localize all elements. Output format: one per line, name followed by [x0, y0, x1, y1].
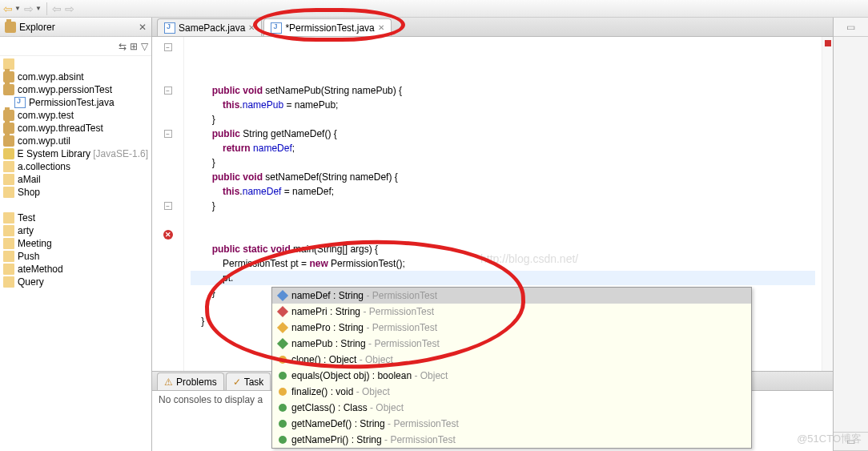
completion-item[interactable]: namePri : String - PermissionTest [272, 304, 751, 320]
nav-prev-icon[interactable]: ⇦ [52, 2, 62, 15]
editor-tab[interactable]: *PermissionTest.java✕ [263, 18, 391, 36]
explorer-title: Explorer [19, 22, 135, 33]
tree-item-label: Query [18, 276, 44, 288]
folder-icon [3, 174, 14, 185]
fold-icon[interactable]: − [164, 130, 172, 138]
completion-item[interactable]: namePro : String - PermissionTest [272, 320, 751, 336]
tree-item[interactable]: Shop [0, 186, 151, 199]
tree-item[interactable]: PermissionTest.java [0, 96, 151, 109]
tree-item-label: Meeting [18, 238, 52, 249]
folder-icon [3, 58, 14, 70]
tree-item[interactable] [0, 199, 151, 211]
fold-icon[interactable]: − [164, 202, 172, 210]
close-icon[interactable]: ✕ [248, 23, 255, 32]
pkg-icon [3, 135, 14, 147]
close-icon[interactable]: ✕ [139, 22, 147, 33]
tree-item-label: com.wyp.util [18, 135, 70, 147]
tree-item[interactable]: aMail [0, 173, 151, 186]
tree-item-label: arty [18, 225, 34, 236]
fold-icon[interactable]: − [164, 43, 172, 51]
tree-item[interactable]: E System Library [JavaSE-1.6] [0, 147, 151, 160]
nav-next-icon[interactable]: ⇨ [65, 2, 74, 15]
tree-item-label: com.wyp.absint [18, 71, 84, 83]
tree-item-label: a.collections [18, 161, 70, 172]
tree-item[interactable]: ateMethod [0, 263, 151, 276]
tab-icon: ⚠ [164, 377, 173, 388]
main-toolbar: ⇦▼ ⇨▼ ⇦ ⇨ [0, 0, 868, 18]
editor-gutter: −−−−✕ [152, 37, 184, 371]
method-pub-icon [279, 436, 287, 444]
completion-item[interactable]: finalize() : void - Object [272, 384, 751, 400]
minimize-icon[interactable]: ▭ [834, 18, 868, 37]
java-icon [14, 97, 26, 108]
tree-item-label: aMail [18, 174, 41, 185]
overview-ruler[interactable] [822, 37, 833, 371]
nav-back-icon[interactable]: ⇦ [3, 2, 13, 15]
bottom-tab[interactable]: ⚠Problems [157, 372, 224, 390]
tree-item[interactable]: com.wyp.perssionTest [0, 83, 151, 96]
tree-item-label: com.wyp.perssionTest [18, 84, 112, 95]
tree-item-label: com.wyp.threadTest [18, 123, 103, 134]
folder-icon [3, 264, 14, 275]
completion-item[interactable]: namePub : String - PermissionTest [272, 336, 751, 352]
tree-item[interactable]: Test [0, 211, 151, 224]
editor-tab[interactable]: SamePack.java✕ [157, 18, 262, 36]
tree-item-label: Push [18, 251, 39, 262]
bottom-tab[interactable]: ✓Task [226, 372, 271, 390]
close-icon[interactable]: ✕ [378, 23, 384, 32]
completion-item[interactable]: getClass() : Class - Object [272, 400, 751, 416]
fold-icon[interactable]: − [164, 87, 172, 95]
protected-icon [277, 322, 288, 333]
right-trim-bar: ▭ ▭ [833, 18, 868, 451]
completion-item[interactable]: getNameDef() : String - PermissionTest [272, 416, 751, 432]
chevron-down-icon[interactable]: ▼ [35, 5, 42, 12]
error-overview-icon[interactable] [825, 40, 831, 46]
nav-forward-icon[interactable]: ⇨ [24, 2, 34, 15]
completion-label: namePro : String - PermissionTest [291, 322, 437, 333]
tree-item[interactable]: com.wyp.test [0, 109, 151, 122]
tree-item[interactable]: Meeting [0, 237, 151, 250]
tree-item[interactable]: com.wyp.absint [0, 70, 151, 83]
completion-item[interactable]: getNamePri() : String - PermissionTest [272, 432, 751, 448]
lib-icon [3, 148, 14, 159]
tab-label: *PermissionTest.java [285, 22, 374, 34]
completion-label: getNamePri() : String - PermissionTest [291, 434, 456, 445]
completion-item[interactable]: nameDef : String - PermissionTest [272, 288, 751, 304]
tree-item[interactable]: a.collections [0, 160, 151, 173]
method-pub-icon [279, 420, 287, 428]
tree-item[interactable]: Push [0, 250, 151, 263]
folder-icon [3, 276, 14, 288]
completion-label: namePri : String - PermissionTest [291, 306, 434, 317]
package-explorer: Explorer ✕ ⇆ ⊞ ▽ com.wyp.absintcom.wyp.p… [0, 18, 152, 451]
explorer-tree[interactable]: com.wyp.absintcom.wyp.perssionTestPermis… [0, 56, 151, 451]
tree-item[interactable]: arty [0, 224, 151, 237]
completion-label: equals(Object obj) : boolean - Object [291, 370, 448, 381]
folder-icon [3, 238, 14, 249]
tree-item-label: ateMethod [18, 264, 63, 275]
folder-icon [3, 187, 14, 198]
completion-item[interactable]: equals(Object obj) : boolean - Object [272, 368, 751, 384]
tree-item-label: Shop [18, 187, 40, 198]
view-menu-icon[interactable]: ▽ [141, 41, 148, 52]
chevron-down-icon[interactable]: ▼ [14, 5, 21, 12]
method-prot-icon [279, 388, 287, 396]
error-icon[interactable]: ✕ [163, 230, 173, 240]
link-editor-icon[interactable]: ⊞ [130, 41, 138, 52]
completion-label: getNameDef() : String - PermissionTest [291, 418, 459, 429]
tree-item[interactable] [0, 58, 151, 70]
editor-tabs: SamePack.java✕*PermissionTest.java✕ [152, 18, 833, 37]
tree-item-label: Test [18, 212, 35, 223]
tree-item[interactable]: com.wyp.util [0, 135, 151, 147]
content-assist-popup[interactable]: nameDef : String - PermissionTestnamePri… [271, 287, 752, 449]
collapse-all-icon[interactable]: ⇆ [119, 41, 127, 52]
package-icon [5, 22, 16, 33]
tree-item[interactable]: com.wyp.threadTest [0, 122, 151, 135]
pkg-icon [3, 71, 14, 83]
tab-label: SamePack.java [179, 22, 245, 34]
completion-item[interactable]: clone() : Object - Object [272, 352, 751, 368]
method-prot-icon [279, 356, 287, 364]
tree-item[interactable]: Query [0, 276, 151, 288]
method-pub-icon [279, 372, 287, 380]
tree-item-label: PermissionTest.java [29, 97, 115, 108]
public-icon [277, 338, 288, 349]
